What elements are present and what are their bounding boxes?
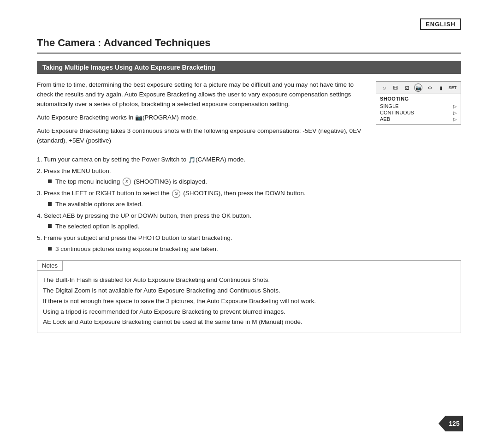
step-3: 3. Press the LEFT or RIGHT button to sel… <box>37 189 461 209</box>
step-5: 5. Frame your subject and press the PHOT… <box>37 233 461 254</box>
step-4: 4. Select AEB by pressing the UP or DOWN… <box>37 211 461 232</box>
steps-list: 1. Turn your camera on by setting the Po… <box>37 155 461 254</box>
shooting-icon-step3: S <box>172 190 180 198</box>
step-2-text: 2. Press the MENU button. <box>37 167 111 174</box>
content-with-image: From time to time, determining the best … <box>37 80 461 149</box>
intro-text-block: From time to time, determining the best … <box>37 80 367 149</box>
camera-menu-box: ☺ 🎞 🖼 📷 ⚙ ▮ SET SHOOTING SINGLE ▷ CONTIN… <box>376 81 461 125</box>
note-5: AE Lock and Auto Exposure Bracketing can… <box>43 317 455 327</box>
menu-content: SHOOTING SINGLE ▷ CONTINUOUS ▷ AEB ▷ <box>376 94 461 124</box>
icon-movie: 🎞 <box>391 84 400 92</box>
menu-item-single-label: SINGLE <box>380 103 398 109</box>
step-3-sub: The available options are listed. <box>48 200 461 209</box>
step-4-sub-text: The selected option is applied. <box>55 222 139 231</box>
step-2-sub: The top menu including S (SHOOTING) is d… <box>48 177 461 186</box>
step-4-text: 4. Select AEB by pressing the UP or DOWN… <box>37 212 251 219</box>
bullet-icon <box>48 179 52 183</box>
step-2: 2. Press the MENU button. The top menu i… <box>37 167 461 187</box>
step-3-sub-text: The available options are listed. <box>55 200 143 209</box>
menu-item-aeb-label: AEB <box>380 116 390 122</box>
menu-item-single-arrow: ▷ <box>453 104 457 109</box>
page-number-badge: 125 <box>445 416 463 431</box>
aeb-shots-note: Auto Exposure Bracketing takes 3 continu… <box>37 126 367 146</box>
step-4-sub: The selected option is applied. <box>48 222 461 231</box>
note-2: The Digital Zoom is not available for Au… <box>43 286 455 296</box>
icon-settings: ⚙ <box>426 84 434 92</box>
menu-item-aeb-arrow: ▷ <box>453 117 457 122</box>
note-4: Using a tripod is recommended for Auto E… <box>43 307 455 317</box>
menu-title: SHOOTING <box>380 96 457 102</box>
step-5-sub: 3 continuous pictures using exposure bra… <box>48 245 461 254</box>
menu-item-continuous: CONTINUOUS ▷ <box>380 109 457 116</box>
camera-icons-row: ☺ 🎞 🖼 📷 ⚙ ▮ SET <box>376 82 461 94</box>
shooting-icon-step2: S <box>123 178 131 186</box>
bullet-icon <box>48 224 52 228</box>
page-number: 125 <box>449 420 459 427</box>
step-3-text: 3. Press the LEFT or RIGHT button to sel… <box>37 190 306 197</box>
menu-item-aeb: AEB ▷ <box>380 116 457 122</box>
aeb-works-note: Auto Exposure Bracketing works in 📷(PROG… <box>37 113 367 123</box>
bullet-icon <box>48 202 52 206</box>
notes-content: The Built-In Flash is disabled for Auto … <box>37 271 461 333</box>
icon-set: SET <box>449 84 457 92</box>
program-icon: 📷 <box>135 114 142 121</box>
section-heading: Taking Multiple Images Using Auto Exposu… <box>37 61 461 74</box>
step-5-text: 5. Frame your subject and press the PHOT… <box>37 234 232 241</box>
page-title: The Camera : Advanced Techniques <box>37 37 461 54</box>
menu-item-continuous-label: CONTINUOUS <box>380 110 414 115</box>
step-1-text: 1. Turn your camera on by setting the Po… <box>37 156 245 163</box>
menu-item-continuous-arrow: ▷ <box>453 110 457 115</box>
step-1: 1. Turn your camera on by setting the Po… <box>37 155 461 164</box>
camera-icon-step1: 🎵 <box>188 156 196 163</box>
intro-paragraph: From time to time, determining the best … <box>37 80 367 109</box>
icon-display: ▮ <box>437 84 445 92</box>
note-1: The Built-In Flash is disabled for Auto … <box>43 275 455 285</box>
page-container: ENGLISH The Camera : Advanced Techniques… <box>0 0 498 448</box>
icon-camera-highlighted: 📷 <box>414 84 422 92</box>
icon-face: ☺ <box>380 84 388 92</box>
menu-item-single: SINGLE ▷ <box>380 103 457 109</box>
bullet-icon <box>48 247 52 251</box>
icon-image: 🖼 <box>403 84 411 92</box>
note-3: If there is not enough free space to sav… <box>43 297 455 306</box>
steps-section: 1. Turn your camera on by setting the Po… <box>37 155 461 254</box>
step-5-sub-text: 3 continuous pictures using exposure bra… <box>55 245 218 254</box>
notes-box: Notes The Built-In Flash is disabled for… <box>37 260 461 334</box>
notes-label: Notes <box>37 261 63 271</box>
step-2-sub-text: The top menu including S (SHOOTING) is d… <box>55 177 207 186</box>
language-badge: ENGLISH <box>420 18 461 30</box>
